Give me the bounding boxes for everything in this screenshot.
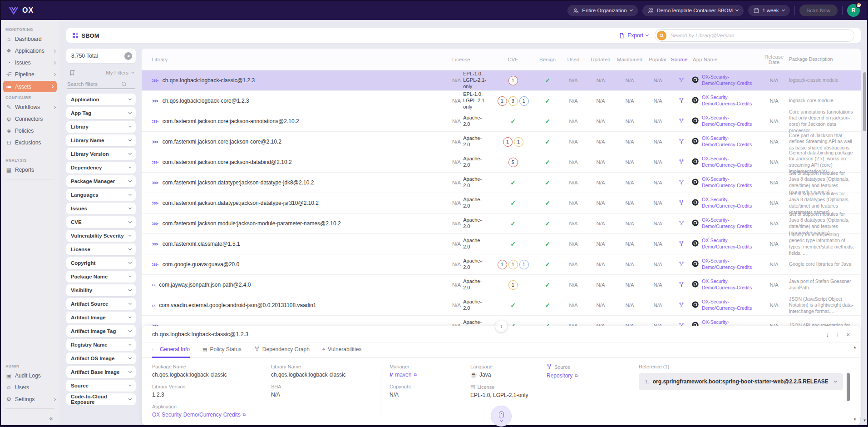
app-name-link[interactable]: OX-Security-Demo/Currency-Credits	[702, 217, 759, 229]
sidebar-item-reports[interactable]: ▤Reports	[1, 164, 59, 176]
filter-artifact-image-tag[interactable]: Artifact Image Tag	[66, 325, 136, 337]
table-row[interactable]: ⋙com.fasterxml.jackson.core:jackson-anno…	[142, 111, 861, 132]
tab-policy-status[interactable]: ▤Policy Status	[202, 346, 242, 358]
table-row[interactable]: ‹›com.vaadin.external.google:android-jso…	[142, 295, 861, 316]
filter-artifact-os-image[interactable]: Artifact OS Image	[66, 353, 136, 364]
filter-vulnerability-severity[interactable]: Vulnerability Severity	[66, 230, 136, 242]
sidebar-item-pipeline[interactable]: ⋲Pipeline	[1, 69, 59, 80]
org-selector[interactable]: Entire Organization	[567, 5, 637, 16]
table-row[interactable]: ⋙com.fasterxml.jackson.datatype:jackson-…	[142, 173, 861, 193]
library-search-input[interactable]	[666, 33, 852, 38]
scan-now-button[interactable]: Scan Now	[799, 5, 838, 16]
filter-registry-name[interactable]: Registry Name	[66, 339, 136, 351]
cve-badge-red[interactable]: 5	[508, 158, 518, 167]
table-row[interactable]: ⋙com.fasterxml.jackson.core:jackson-data…	[142, 152, 861, 173]
time-range-selector[interactable]: 1 week	[748, 5, 789, 16]
filter-library-name[interactable]: Library Name	[66, 134, 136, 146]
close-icon[interactable]: ×	[846, 331, 850, 338]
table-row[interactable]: ⋙com.fasterxml.jackson.module:jackson-mo…	[142, 214, 861, 234]
filter-source[interactable]: Source	[66, 380, 136, 392]
filter-license[interactable]: License	[66, 243, 136, 255]
filter-application[interactable]: Application	[66, 94, 136, 105]
reference-scrollbar-thumb[interactable]	[847, 373, 850, 401]
table-row[interactable]: ⋙com.fasterxml.jackson.core:jackson-core…	[142, 132, 861, 152]
cve-badge-amber[interactable]: 1	[508, 260, 518, 269]
cve-badge-red[interactable]: 1	[498, 260, 507, 269]
sidebar-item-users[interactable]: ☺Users	[1, 382, 59, 393]
sidebar-item-audit-logs[interactable]: ▣Audit Logs	[1, 370, 59, 382]
branch-icon[interactable]	[679, 302, 684, 309]
app-name-link[interactable]: OX-Security-Demo/Currency-Credits	[702, 278, 759, 291]
filter-artifact-image[interactable]: Artifact Image	[66, 312, 136, 323]
sidebar-item-issues[interactable]: ◔Issues	[1, 57, 59, 69]
filter-artifact-source[interactable]: Artifact Source	[66, 298, 136, 310]
table-row[interactable]: ⋙com.fasterxml.jackson.datatype:jackson-…	[142, 193, 861, 214]
export-button[interactable]: Export	[619, 32, 648, 39]
scrollbar-down-arrow[interactable]: ▼	[862, 418, 867, 422]
table-row[interactable]: ⋙com.fasterxml:classmate@1.5.1N/AApache-…	[142, 234, 861, 254]
cve-badge-amber[interactable]: 1	[508, 280, 518, 290]
reference-item[interactable]: 1.org.springframework.boot:spring-boot-s…	[639, 373, 843, 390]
branch-icon[interactable]	[679, 220, 684, 227]
branch-icon[interactable]	[679, 200, 684, 207]
table-row[interactable]: ⋙com.google.guava:guava@20.0N/AApache-2.…	[142, 254, 861, 275]
sidebar-item-settings[interactable]: ⚙Settings	[1, 393, 59, 405]
tab-dependency-graph[interactable]: Dependency Graph	[254, 346, 310, 358]
app-name-link[interactable]: OX-Security-Demo/Currency-Credits	[702, 74, 759, 86]
panel-next-icon[interactable]: ↑	[836, 331, 839, 338]
panel-prev-icon[interactable]: ↓	[826, 331, 829, 338]
panel-resize-handle[interactable]: ↕	[495, 320, 507, 332]
scroll-down-arrow[interactable]: ▼	[852, 417, 858, 422]
branch-icon[interactable]	[679, 282, 684, 288]
app-name-link[interactable]: OX-Security-Demo/Currency-Credits	[702, 176, 759, 189]
field-value[interactable]: OX-Security-Demo/Currency-Credits⧉	[152, 412, 271, 418]
branch-icon[interactable]	[679, 98, 684, 104]
scroll-down-button[interactable]	[491, 406, 512, 427]
app-name-link[interactable]: OX-Security-Demo/Currency-Credits	[702, 258, 759, 270]
field-value[interactable]: Vmaven⧉	[390, 372, 470, 378]
filter-package-manager[interactable]: Package Manager	[66, 175, 136, 187]
filter-cve[interactable]: CVE	[66, 216, 136, 228]
app-name-link[interactable]: OX-Security-Demo/Currency-Credits	[702, 156, 759, 168]
app-name-link[interactable]: OX-Security-Demo/Currency-Credits	[702, 94, 759, 107]
sidebar-item-applications[interactable]: ❖Applications	[1, 45, 59, 57]
user-avatar[interactable]: R	[847, 4, 860, 17]
tab-general-info[interactable]: ≔General Info	[152, 346, 190, 358]
app-name-link[interactable]: OX-Security-Demo/Currency-Credits	[702, 238, 759, 250]
branch-icon[interactable]	[679, 261, 684, 268]
filter-app-tag[interactable]: App Tag	[66, 107, 136, 119]
app-name-link[interactable]: OX-Security-Demo/Currency-Credits	[702, 115, 759, 127]
filter-visibility[interactable]: Visibility	[66, 284, 136, 296]
panel-scrollbar[interactable]: ▲ ▼	[852, 345, 858, 422]
filter-languages[interactable]: Languages	[66, 189, 136, 201]
cve-badge-blue[interactable]: 1	[519, 260, 529, 269]
sidebar-item-workflows[interactable]: ✎Workflows	[1, 101, 59, 113]
branch-icon[interactable]	[679, 241, 684, 248]
sidebar-item-exclusions[interactable]: ⊟Exclusions	[1, 137, 59, 149]
app-name-link[interactable]: OX-Security-Demo/Currency-Credits	[702, 135, 759, 148]
bookmark-plus-icon[interactable]	[69, 70, 75, 76]
branch-icon[interactable]	[679, 139, 684, 145]
app-selector[interactable]: DemoTemplate Container SBOM	[642, 5, 744, 16]
table-row[interactable]: ⋙ch.qos.logback:logback-core@1.2.3N/AEPL…	[142, 91, 861, 111]
branch-icon[interactable]	[679, 118, 684, 125]
filter-dependency[interactable]: Dependency	[66, 162, 136, 174]
table-scrollbar[interactable]: ▼	[862, 49, 867, 422]
filter-artifact-base-image[interactable]: Artifact Base Image	[66, 366, 136, 378]
tab-vulnerabilities[interactable]: ⌖Vulnerabilities	[322, 346, 361, 358]
scrollbar-thumb[interactable]	[863, 72, 866, 131]
sidebar-item-dashboard[interactable]: ⌂Dashboard	[1, 33, 59, 45]
app-name-link[interactable]: OX-Security-Demo/Currency-Credits	[702, 299, 759, 311]
filter-library[interactable]: Library	[66, 121, 136, 133]
branch-icon[interactable]	[679, 179, 684, 186]
filter-issues[interactable]: Issues	[66, 203, 136, 214]
branch-icon[interactable]	[679, 77, 684, 84]
sidebar-item-policies[interactable]: ◈Policies	[1, 125, 59, 137]
cve-badge-amber[interactable]: 1	[514, 137, 523, 147]
cve-badge-red[interactable]: 1	[498, 96, 507, 106]
filter-search-input[interactable]	[67, 81, 122, 87]
collapse-filters-icon[interactable]: ◄	[124, 52, 132, 60]
filter-package-name[interactable]: Package Name	[66, 271, 136, 283]
filter-code-to-cloud-exposure[interactable]: Code-to-Cloud Exposure	[66, 393, 136, 405]
table-row[interactable]: ‹›com.jayway.jsonpath:json-path@2.4.0N/A…	[142, 275, 861, 295]
